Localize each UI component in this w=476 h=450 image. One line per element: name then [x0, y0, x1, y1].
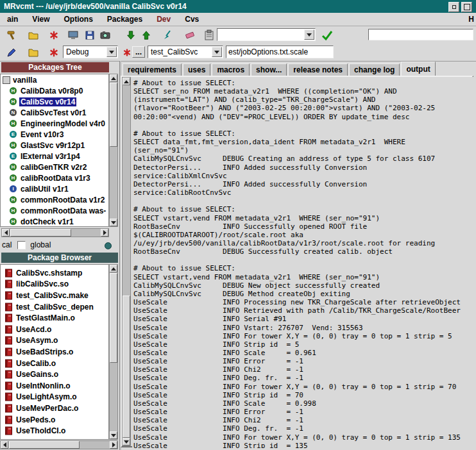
scroll-right-icon[interactable]	[110, 441, 117, 449]
open-folder-icon[interactable]	[26, 28, 41, 42]
browser-vertical-scrollbar[interactable]	[109, 264, 118, 440]
titlebar[interactable]: MRvcmt --- /u/ey/jrb/dev500/vanilla Cali…	[0, 0, 476, 13]
pen-icon[interactable]	[4, 45, 19, 60]
package-file-label: UseGains.o	[16, 370, 58, 379]
package-file-item[interactable]: CalibSvc.shstamp	[1, 267, 108, 279]
book-icon	[4, 381, 13, 390]
package-file-label: UseMevPerDac.o	[16, 404, 78, 413]
scroll-up-icon[interactable]	[110, 265, 117, 272]
hammer-icon[interactable]	[4, 28, 19, 42]
menu-item[interactable]: View	[25, 13, 56, 26]
package-file-label: UseLightAsym.o	[16, 392, 77, 401]
clipboard-icon[interactable]	[201, 28, 217, 42]
tree-item[interactable]: H calibGenTKR v2r2	[1, 162, 108, 172]
tab[interactable]: macros	[212, 63, 250, 76]
pane-grip-icon[interactable]	[105, 242, 112, 249]
scroll-down-icon[interactable]	[123, 438, 130, 446]
tree-item[interactable]: H dotCheck v1r1	[1, 216, 108, 227]
tree-horizontal-scrollbar[interactable]	[1, 228, 109, 237]
apply-check-icon[interactable]	[319, 28, 335, 42]
tree-item[interactable]: H commonRootData v1r2	[1, 194, 108, 205]
tree-vertical-scrollbar[interactable]	[109, 74, 118, 227]
eraser-icon[interactable]	[182, 28, 198, 42]
chevron-down-icon[interactable]	[212, 47, 222, 57]
tab[interactable]: output	[401, 62, 435, 76]
package-file-item[interactable]: UseAsym.o	[1, 335, 108, 347]
maximize-button[interactable]	[461, 2, 472, 12]
bug-icon[interactable]	[46, 28, 62, 42]
ellipsis-button[interactable]: ...	[132, 46, 145, 58]
monitor-icon[interactable]	[65, 28, 81, 42]
tree-item[interactable]: N CalibSvcTest v0r1	[1, 107, 108, 118]
package-file-item[interactable]: UseLightAsym.o	[1, 392, 108, 403]
package-file-item[interactable]: UseCalib.o	[1, 358, 108, 369]
global-checkbox[interactable]	[17, 241, 26, 249]
tree-item[interactable]: H CalibData v0r8p0	[1, 85, 108, 96]
joboptions-path-entry[interactable]	[226, 46, 334, 58]
scrollbar-thumb[interactable]	[110, 83, 117, 147]
scroll-up-icon[interactable]	[123, 78, 130, 85]
menu-item[interactable]: Cvs	[178, 13, 206, 26]
quick-entry[interactable]	[368, 29, 473, 40]
floppy-disk-icon[interactable]	[82, 28, 98, 42]
scroll-right-icon[interactable]	[101, 229, 108, 237]
output-vertical-scrollbar[interactable]	[122, 77, 131, 446]
package-file-item[interactable]: TestGlastMain.o	[1, 312, 108, 324]
tree-root-item[interactable]: vanilla	[1, 74, 108, 85]
broom-icon[interactable]	[160, 28, 176, 42]
chevron-down-icon[interactable]	[304, 29, 314, 40]
scroll-left-icon[interactable]	[2, 229, 10, 237]
tree-item[interactable]: H EngineeringModel v4r0	[1, 118, 108, 129]
package-status-icon: H	[10, 218, 17, 225]
tree-item[interactable]: H GlastSvc v9r12p1	[1, 140, 108, 151]
package-file-item[interactable]: UsePeds.o	[1, 414, 108, 426]
command-combobox[interactable]	[217, 28, 316, 41]
package-file-item[interactable]: UseIntNonlin.o	[1, 380, 108, 392]
tree-item[interactable]: H calibRootData v1r3	[1, 172, 108, 183]
browser-horizontal-scrollbar[interactable]	[0, 440, 118, 449]
package-file-item[interactable]: UseAcd.o	[1, 324, 108, 335]
scroll-left-icon[interactable]	[1, 441, 8, 449]
scroll-down-icon[interactable]	[110, 219, 117, 226]
package-file-label: TestGlastMain.o	[16, 313, 75, 322]
menu-item[interactable]: Packages	[100, 13, 149, 26]
package-file-item[interactable]: test_CalibSvc.make	[1, 290, 108, 301]
tab[interactable]: uses	[183, 63, 210, 76]
minimize-button[interactable]	[448, 2, 459, 12]
tree-item[interactable]: E IExternal v3r1p4	[1, 151, 108, 162]
asterisk-icon[interactable]	[46, 45, 62, 60]
arrow-up-icon[interactable]	[139, 28, 154, 42]
package-file-item[interactable]: UseMevPerDac.o	[1, 403, 108, 414]
menu-item[interactable]: ain	[0, 13, 25, 26]
package-status-icon: H	[10, 207, 17, 214]
tab[interactable]: release notes	[288, 63, 348, 76]
package-file-item[interactable]: test_CalibSvc_depen	[1, 301, 108, 313]
scroll-down-icon[interactable]	[110, 431, 117, 439]
package-file-label: UseBadStrips.o	[16, 347, 73, 356]
tab[interactable]: change log	[349, 63, 400, 76]
arrow-down-icon[interactable]	[123, 28, 139, 42]
scrollbar-thumb[interactable]	[10, 229, 71, 237]
tab[interactable]: show...	[251, 63, 287, 76]
tree-item[interactable]: H CalibSvc v0r14	[1, 96, 108, 107]
build-mode-combobox[interactable]: Debug	[63, 46, 118, 58]
menu-item[interactable]: Options	[56, 13, 99, 26]
tab[interactable]: requirements	[123, 63, 182, 76]
scrollbar-thumb[interactable]	[123, 296, 130, 438]
chevron-down-icon[interactable]	[106, 47, 117, 57]
camera-icon[interactable]	[98, 28, 113, 42]
package-file-item[interactable]: UseBadStrips.o	[1, 346, 108, 358]
folder-icon[interactable]	[26, 45, 41, 60]
package-file-item[interactable]: libCalibSvc.so	[1, 279, 108, 290]
menu-help[interactable]: H	[468, 13, 474, 26]
scroll-up-icon[interactable]	[110, 74, 117, 82]
package-file-item[interactable]: UseGains.o	[1, 369, 108, 380]
scrollbar-thumb[interactable]	[110, 273, 117, 363]
tree-item[interactable]: H commonRootData was-	[1, 205, 108, 216]
scrollbar-thumb[interactable]	[9, 441, 80, 449]
tree-item[interactable]: E Event v10r3	[1, 129, 108, 140]
target-package-combobox[interactable]: test_CalibSvc	[148, 46, 223, 58]
tree-item[interactable]: I calibUtil v1r1	[1, 183, 108, 194]
menu-item[interactable]: Dev	[149, 13, 178, 26]
package-file-item[interactable]: UseTholdCI.o	[1, 425, 108, 437]
